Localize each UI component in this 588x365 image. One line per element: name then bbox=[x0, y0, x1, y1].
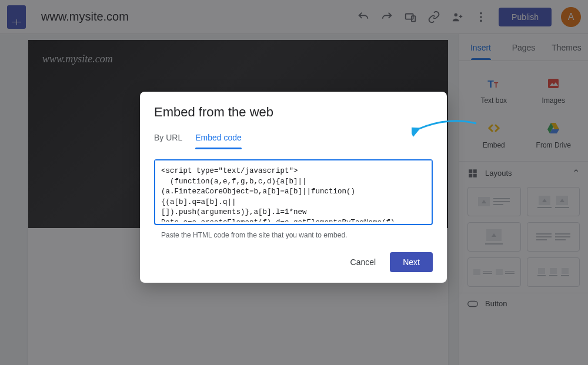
embed-code-textarea[interactable] bbox=[155, 160, 432, 222]
modal-tabs: By URL Embed code bbox=[154, 133, 433, 150]
code-textarea-wrap bbox=[154, 159, 433, 225]
modal-title: Embed from the web bbox=[154, 105, 433, 120]
tab-by-url[interactable]: By URL bbox=[154, 133, 182, 149]
next-button[interactable]: Next bbox=[390, 252, 433, 272]
modal-actions: Cancel Next bbox=[154, 252, 433, 272]
helper-text: Paste the HTML code from the site that y… bbox=[154, 231, 433, 239]
cancel-button[interactable]: Cancel bbox=[345, 253, 382, 272]
tab-embed-code[interactable]: Embed code bbox=[195, 133, 242, 149]
embed-modal: Embed from the web By URL Embed code Pas… bbox=[140, 92, 447, 283]
